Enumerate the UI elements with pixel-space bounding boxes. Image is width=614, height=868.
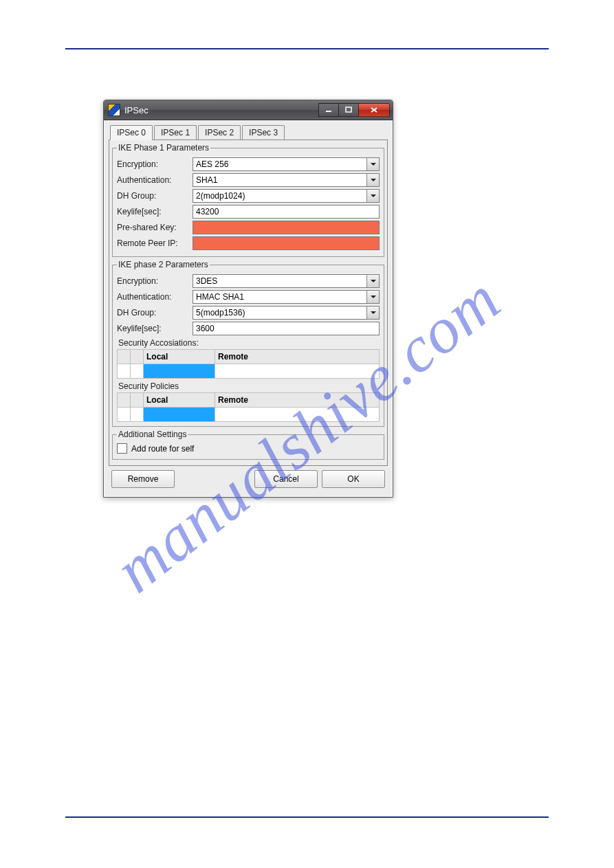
phase1-auth-select[interactable]: SHA1 [193,173,380,187]
sp-title: Security Policies [118,381,380,391]
chevron-down-icon [366,291,379,303]
phase1-encryption-select[interactable]: AES 256 [193,157,380,171]
tab-ipsec-2[interactable]: IPSec 2 [198,125,241,140]
phase2-keylife-value: 3600 [196,324,215,333]
add-route-checkbox[interactable] [117,443,127,454]
close-icon [370,107,378,113]
phase2-encryption-select[interactable]: 3DES [193,274,380,288]
sa-cell-local[interactable] [144,364,215,379]
phase1-encryption-value: AES 256 [196,159,228,169]
table-row: Local Remote [118,350,380,364]
sp-cell-remote[interactable] [215,408,380,422]
sp-col-blank2 [131,393,144,408]
minimize-button[interactable] [318,103,339,117]
maximize-button[interactable] [338,103,359,117]
tab-ipsec-1[interactable]: IPSec 1 [154,125,197,140]
phase2-group: IKE phase 2 Parameters Encryption: 3DES … [112,260,384,427]
app-icon [108,104,120,116]
phase1-dh-label: DH Group: [117,191,193,201]
phase1-group: IKE Phase 1 Parameters Encryption: AES 2… [112,143,384,257]
phase1-psk-label: Pre-shared Key: [117,223,193,232]
sp-cell-local[interactable] [144,408,215,422]
sa-col-local: Local [144,350,215,364]
phase2-encryption-label: Encryption: [117,276,193,286]
table-row[interactable] [118,364,380,379]
phase2-keylife-input[interactable]: 3600 [193,322,380,335]
ok-button[interactable]: OK [322,470,385,488]
add-route-label: Add route for self [131,444,194,454]
chevron-down-icon [366,174,379,186]
sp-cell[interactable] [131,408,144,422]
sa-cell[interactable] [131,364,144,379]
svg-rect-1 [346,107,351,112]
maximize-icon [345,107,352,113]
phase2-legend: IKE phase 2 Parameters [117,260,210,269]
phase2-auth-label: Authentication: [117,292,193,302]
phase1-peer-input[interactable] [193,236,380,250]
phase1-auth-label: Authentication: [117,175,193,185]
table-row[interactable] [118,408,380,422]
tab-ipsec-3[interactable]: IPSec 3 [242,125,285,140]
additional-legend: Additional Settings [117,430,188,439]
sa-col-blank1 [118,350,131,364]
client-area: IPSec 0 IPSec 1 IPSec 2 IPSec 3 IKE Phas… [104,120,393,497]
window-title: IPSec [124,105,149,115]
phase1-auth-value: SHA1 [196,175,217,185]
sp-col-local: Local [144,393,215,408]
chevron-down-icon [366,158,379,170]
sp-cell[interactable] [118,408,131,422]
page-divider-top [65,48,549,49]
phase1-keylife-label: Keylife[sec]: [117,207,193,216]
phase2-auth-select[interactable]: HMAC SHA1 [193,290,380,304]
close-button[interactable] [358,103,390,117]
sa-title: Security Accosiations: [118,338,380,348]
phase2-dh-label: DH Group: [117,308,193,318]
additional-group: Additional Settings Add route for self [112,430,384,460]
cancel-button[interactable]: Cancel [254,470,318,488]
svg-line-2 [371,108,377,112]
phase2-dh-select[interactable]: 5(modp1536) [193,306,380,320]
remove-button[interactable]: Remove [111,470,175,488]
sa-col-remote: Remote [215,350,380,364]
phase2-keylife-label: Keylife[sec]: [117,324,193,333]
tab-panel-ipsec-0: IKE Phase 1 Parameters Encryption: AES 2… [109,140,388,466]
sp-col-blank1 [118,393,131,408]
window-controls [319,103,390,117]
page-divider-bottom [65,816,549,818]
phase2-encryption-value: 3DES [196,276,217,286]
phase1-legend: IKE Phase 1 Parameters [117,143,210,153]
sp-col-remote: Remote [215,393,380,408]
minimize-icon [325,107,332,113]
phase1-keylife-input[interactable]: 43200 [193,205,380,219]
phase1-peer-label: Remote Peer IP: [117,238,193,248]
phase1-psk-input[interactable] [193,221,380,234]
button-bar: Remove Cancel OK [109,466,388,492]
phase1-dh-select[interactable]: 2(modp1024) [193,189,380,203]
svg-line-3 [371,108,377,112]
sa-col-blank2 [131,350,144,364]
phase1-encryption-label: Encryption: [117,159,193,169]
phase2-auth-value: HMAC SHA1 [196,292,244,302]
ipsec-window: IPSec IPSec 0 IPSec 1 IPSec 2 IPSec 3 IK… [103,100,393,498]
sa-cell[interactable] [118,364,131,379]
sa-table[interactable]: Local Remote [117,349,380,379]
chevron-down-icon [366,190,379,202]
chevron-down-icon [366,307,379,319]
chevron-down-icon [366,275,379,287]
phase1-keylife-value: 43200 [196,207,219,216]
tab-ipsec-0[interactable]: IPSec 0 [110,125,153,140]
titlebar[interactable]: IPSec [104,100,393,120]
sp-table[interactable]: Local Remote [117,392,380,422]
tab-strip: IPSec 0 IPSec 1 IPSec 2 IPSec 3 [109,124,388,140]
phase2-dh-value: 5(modp1536) [196,308,245,318]
phase1-dh-value: 2(modp1024) [196,191,245,201]
sa-cell-remote[interactable] [215,364,380,379]
table-row: Local Remote [118,393,380,408]
